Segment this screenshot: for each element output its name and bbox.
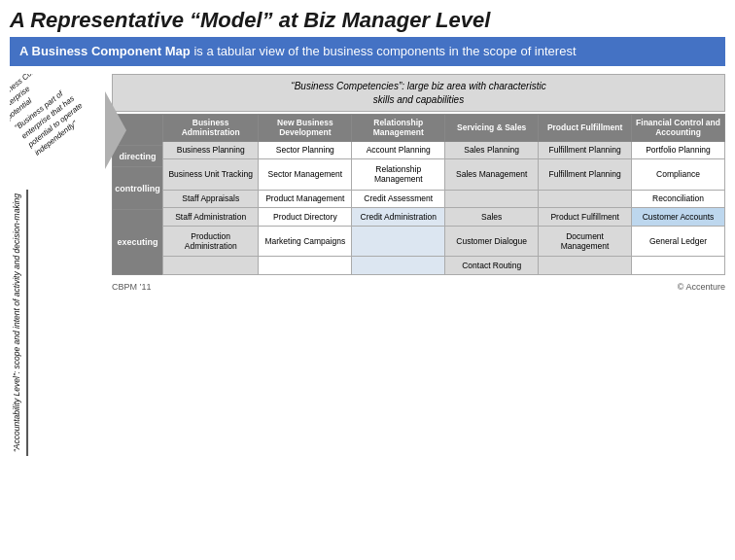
executing-row3: Contact Routing: [163, 257, 725, 275]
cell-ctrl2-svcsales: [445, 190, 539, 208]
main-table-area: “Business Competencies”: large biz area …: [112, 74, 725, 456]
cell-dir-newbus: Sector Planning: [259, 141, 352, 159]
content-layout: "Business Component": Enterprise potenti…: [10, 74, 725, 456]
directing-row: Business Planning Sector Planning Accoun…: [163, 141, 725, 159]
cell-dir-finctrl: Portfolio Planning: [632, 141, 725, 159]
col-prod-fulfil: Product Fulfillment: [539, 115, 632, 141]
table-with-levels: directing controlling executing B: [112, 114, 725, 275]
copyright-label: © Accenture: [678, 282, 725, 292]
cell-dir-prodfulfil: Fulfillment Planning: [539, 141, 632, 159]
executing-row1: Staff Administration Product Directory C…: [163, 208, 725, 227]
col-svc-sales: Servicing & Sales: [445, 115, 539, 141]
cell-exec3-busadmin: [163, 257, 259, 275]
arrow-icon: [105, 91, 126, 169]
cbpm-label: CBPM ’11: [112, 282, 152, 292]
header-row: Business Administration New Business Dev…: [163, 115, 725, 141]
cell-dir-relmgmt: Account Planning: [352, 141, 445, 159]
diagonal-text: "Business Component": Enterprise potenti…: [10, 74, 112, 158]
col-fin-ctrl: Financial Control and Accounting: [632, 115, 725, 141]
competencies-note: “Business Competencies”: large biz area …: [112, 74, 725, 112]
page: A Representative “Model” at Biz Manager …: [0, 0, 735, 560]
sidebar-block: "Business Component": Enterprise potenti…: [10, 74, 112, 456]
business-component-table: Business Administration New Business Dev…: [162, 114, 725, 275]
accountability-label: “Accountability Level”: scope and intent…: [10, 190, 28, 456]
cell-exec2-prodfulfil: Document Management: [539, 227, 632, 257]
cell-exec1-prodfulfil: Product Fulfillment: [539, 208, 632, 227]
cell-exec1-relmgmt: Credit Administration: [352, 208, 445, 227]
cell-exec1-newbus: Product Directory: [259, 208, 352, 227]
cell-ctrl2-finctrl: Reconciliation: [632, 190, 725, 208]
subtitle-part1: A Business Component Map: [19, 44, 191, 58]
subtitle-part2: is a tabular view of the business compon…: [191, 44, 577, 58]
col-rel-mgmt: Relationship Management: [352, 115, 445, 141]
cell-dir-svcsales: Sales Planning: [445, 141, 539, 159]
cell-exec1-busadmin: Staff Administration: [163, 208, 259, 227]
cell-exec3-newbus: [259, 257, 352, 275]
cell-exec2-busadmin: Production Administration: [163, 227, 259, 257]
cell-exec3-svcsales: Contact Routing: [445, 257, 539, 275]
level-controlling: controlling: [113, 167, 162, 210]
cell-ctrl2-relmgmt: Credit Assessment: [352, 190, 445, 208]
cell-ctrl1-busadmin: Business Unit Tracking: [163, 159, 259, 190]
cell-exec2-svcsales: Customer Dialogue: [445, 227, 539, 257]
cell-ctrl2-busadmin: Staff Appraisals: [163, 190, 259, 208]
cell-dir-busadmin: Business Planning: [163, 141, 259, 159]
controlling-row1: Business Unit Tracking Sector Management…: [163, 159, 725, 190]
accountability-section: “Accountability Level”: scope and intent…: [10, 190, 112, 456]
col-new-bus-dev: New Business Development: [259, 115, 352, 141]
cell-exec3-prodfulfil: [539, 257, 632, 275]
cell-ctrl2-prodfulfil: [539, 190, 632, 208]
col-bus-admin: Business Administration: [163, 115, 259, 141]
cell-ctrl1-prodfulfil: Fulfillment Planning: [539, 159, 632, 190]
level-executing: executing: [113, 210, 162, 274]
cell-ctrl2-newbus: Product Management: [259, 190, 352, 208]
cell-exec2-newbus: Marketing Campaigns: [259, 227, 352, 257]
bottom-row: CBPM ’11 © Accenture: [112, 278, 725, 292]
controlling-row2: Staff Appraisals Product Management Cred…: [163, 190, 725, 208]
cell-exec3-finctrl: [632, 257, 725, 275]
cell-ctrl1-finctrl: Compliance: [632, 159, 725, 190]
executing-row2: Production Administration Marketing Camp…: [163, 227, 725, 257]
subtitle-block: A Business Component Map is a tabular vi…: [10, 37, 725, 66]
cell-ctrl1-relmgmt: Relationship Management: [352, 159, 445, 190]
cell-exec2-relmgmt: [352, 227, 445, 257]
cell-ctrl1-svcsales: Sales Management: [445, 159, 539, 190]
cell-exec3-relmgmt: [352, 257, 445, 275]
cell-exec1-svcsales: Sales: [445, 208, 539, 227]
cell-exec2-finctrl: General Ledger: [632, 227, 725, 257]
diagonal-container: "Business Component": Enterprise potenti…: [10, 74, 112, 186]
main-title: A Representative “Model” at Biz Manager …: [10, 8, 725, 33]
cell-exec1-finctrl: Customer Accounts: [632, 208, 725, 227]
cell-ctrl1-newbus: Sector Management: [259, 159, 352, 190]
